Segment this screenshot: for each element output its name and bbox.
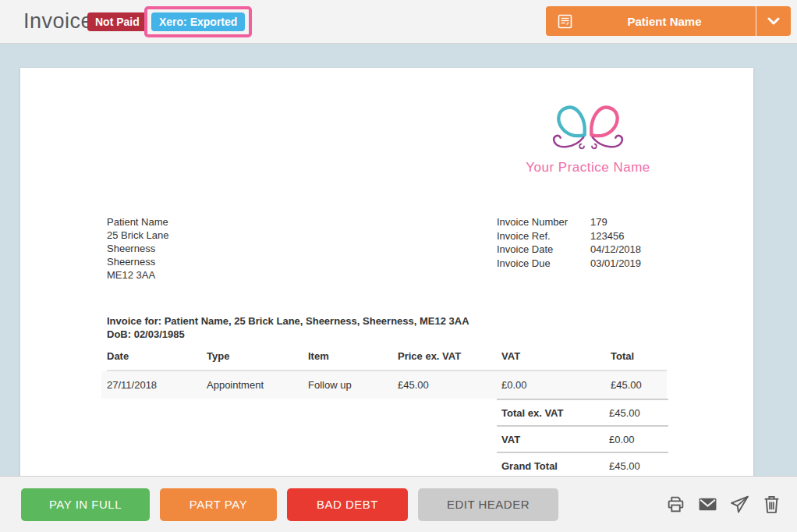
toolbar-icons [665, 495, 781, 515]
meta-label: Invoice Due [497, 257, 590, 271]
chevron-down-icon[interactable] [756, 17, 791, 25]
total-label: Total ex. VAT [501, 407, 563, 419]
cell-item: Follow up [308, 379, 398, 391]
table-row: 27/11/2018 Appointment Follow up £45.00 … [101, 371, 667, 399]
invoice-page: Invoice Not Paid Xero: Exported Patient … [0, 0, 797, 532]
column-header: VAT [501, 350, 611, 362]
cell-date: 27/11/2018 [107, 379, 207, 391]
line-items-table: Date Type Item Price ex. VAT VAT Total 2… [107, 350, 667, 399]
pay-in-full-button[interactable]: PAY IN FULL [21, 488, 150, 521]
part-pay-button[interactable]: PART PAY [160, 488, 277, 521]
address-line: 25 Brick Lane [107, 229, 169, 242]
meta-value: 123456 [590, 229, 624, 243]
edit-header-button[interactable]: EDIT HEADER [418, 488, 558, 521]
address-line: Patient Name [107, 215, 169, 229]
totals-section: Total ex. VAT £45.00 VAT £0.00 Grand Tot… [497, 399, 668, 478]
bad-debt-button[interactable]: BAD DEBT [287, 488, 408, 521]
patient-name-button-label: Patient Name [573, 15, 756, 28]
cell-total: £45.00 [611, 379, 667, 391]
address-line: Sheerness [107, 255, 169, 268]
column-header: Price ex. VAT [398, 350, 501, 362]
meta-value: 03/01/2019 [590, 257, 641, 271]
column-header: Type [207, 350, 308, 362]
total-value: £45.00 [609, 407, 640, 419]
email-icon[interactable] [697, 495, 717, 515]
meta-row: Invoice Date 04/12/2018 [497, 243, 641, 257]
total-value: £0.00 [609, 434, 635, 445]
top-bar: Invoice Not Paid Xero: Exported Patient … [0, 0, 797, 44]
total-label: Grand Total [501, 460, 558, 472]
invoice-for-line: Invoice for: Patient Name, 25 Brick Lane… [107, 314, 469, 328]
column-header: Date [107, 350, 207, 362]
cell-vat: £0.00 [501, 379, 611, 391]
status-badge: Not Paid [87, 12, 147, 31]
meta-value: 179 [590, 215, 607, 229]
column-header: Total [611, 350, 667, 362]
practice-name: Your Practice Name [510, 160, 666, 176]
delete-icon[interactable] [761, 495, 781, 515]
meta-row: Invoice Due 03/01/2019 [497, 257, 641, 271]
meta-label: Invoice Ref. [497, 229, 590, 243]
total-row: VAT £0.00 [497, 425, 668, 452]
meta-value: 04/12/2018 [590, 243, 641, 257]
invoice-for-block: Invoice for: Patient Name, 25 Brick Lane… [107, 314, 469, 341]
cell-price: £45.00 [398, 379, 501, 391]
action-toolbar: PAY IN FULL PART PAY BAD DEBT EDIT HEADE… [0, 476, 797, 532]
recipient-address: Patient Name 25 Brick Lane Sheerness She… [107, 215, 169, 282]
address-line: ME12 3AA [107, 268, 169, 282]
meta-row: Invoice Number 179 [497, 215, 641, 229]
column-header: Item [308, 350, 398, 362]
page-title: Invoice [23, 9, 93, 34]
print-icon[interactable] [665, 495, 685, 515]
practice-logo: Your Practice Name [510, 99, 666, 176]
meta-label: Invoice Number [497, 215, 590, 229]
invoice-meta: Invoice Number 179 Invoice Ref. 123456 I… [497, 215, 641, 270]
meta-row: Invoice Ref. 123456 [497, 229, 641, 243]
total-label: VAT [501, 434, 520, 445]
total-value: £45.00 [609, 460, 640, 472]
dob-line: DoB: 02/03/1985 [107, 328, 469, 341]
total-row: Total ex. VAT £45.00 [497, 399, 668, 425]
xero-status-badge: Xero: Exported [151, 12, 245, 31]
invoice-document: Your Practice Name Patient Name 25 Brick… [20, 68, 753, 476]
send-icon[interactable] [729, 495, 749, 515]
xero-highlight-annotation: Xero: Exported [144, 6, 252, 37]
patient-name-button[interactable]: Patient Name [546, 6, 791, 36]
patient-notes-icon [557, 13, 573, 30]
butterfly-logo-icon [533, 99, 643, 155]
total-row: Grand Total £45.00 [497, 452, 668, 478]
table-header-row: Date Type Item Price ex. VAT VAT Total [107, 350, 667, 371]
address-line: Sheerness [107, 242, 169, 255]
cell-type: Appointment [207, 379, 308, 391]
meta-label: Invoice Date [497, 243, 590, 257]
